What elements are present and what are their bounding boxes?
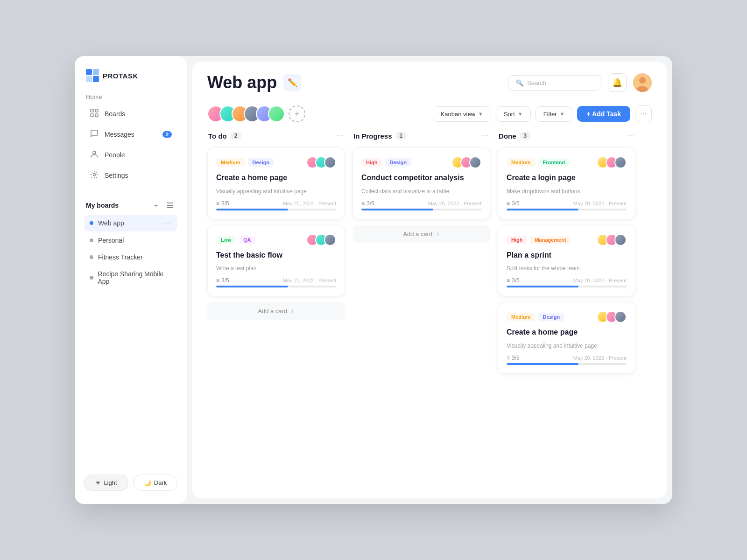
- progress-label: ≡ 3/5: [507, 277, 520, 284]
- board-title: Web app: [207, 73, 277, 92]
- notification-button[interactable]: 🔔: [608, 73, 627, 92]
- task-card[interactable]: Low QA Test the basic flow Write a test …: [207, 225, 345, 297]
- tag-group: Medium Frontend: [507, 158, 570, 167]
- date-label: May 20, 2022 - Present: [573, 355, 627, 361]
- list-icon: ≡: [216, 277, 219, 284]
- my-boards-title: My boards: [86, 202, 119, 209]
- light-theme-button[interactable]: ☀ Light: [84, 475, 128, 491]
- svg-rect-1: [93, 69, 99, 75]
- tag-group: High Management: [507, 236, 571, 244]
- light-label: Light: [104, 479, 117, 486]
- board-item-personal[interactable]: Personal: [84, 232, 177, 248]
- kanban-view-button[interactable]: Kanban view ▼: [433, 106, 491, 122]
- board-toolbar: + Kanban view ▼ Sort ▼ Filter ▼ + Add Ta…: [192, 100, 667, 130]
- svg-rect-6: [91, 114, 93, 117]
- progress-bar-fill: [216, 209, 288, 210]
- card-avatar: [614, 234, 627, 246]
- list-board-button[interactable]: [164, 200, 176, 211]
- card-desc: Make dropdowns and buttons: [507, 188, 627, 196]
- sidebar-item-messages[interactable]: Messages 2: [84, 125, 177, 144]
- chevron-down-icon-filter: ▼: [560, 111, 565, 117]
- app-container: PROTASK Home Boards Messages 2 People: [75, 56, 672, 504]
- card-progress: ≡ 3/5 May 20, 2022 - Present: [216, 277, 336, 287]
- boards-icon: [90, 109, 99, 119]
- home-label: Home: [84, 93, 177, 100]
- board-item-label: Fitness Tracker: [98, 253, 143, 261]
- card-progress: ≡ 3/5 May 20, 2022 - Present: [507, 355, 627, 365]
- board-item-web-app[interactable]: Web app ···: [84, 215, 177, 231]
- search-placeholder: Search: [527, 79, 546, 86]
- messages-icon: [90, 129, 99, 140]
- member-avatars: [207, 105, 285, 122]
- add-member-button[interactable]: +: [289, 105, 305, 122]
- sort-button[interactable]: Sort ▼: [496, 106, 531, 122]
- board-item-fitness[interactable]: Fitness Tracker: [84, 249, 177, 265]
- progress-bar-bg: [361, 209, 481, 210]
- progress-label: ≡ 3/5: [216, 200, 229, 207]
- theme-toggle-area: ☀ Light 🌙 Dark: [84, 467, 177, 491]
- task-card[interactable]: Medium Design Create a home page Visuall…: [498, 302, 635, 374]
- progress-row: ≡ 3/5 May 20, 2022 - Present: [507, 277, 627, 284]
- card-title: Conduct competitor analysis: [361, 173, 481, 183]
- card-title: Plan a sprint: [507, 251, 627, 260]
- task-card[interactable]: Medium Design Create a home page Visuall…: [207, 147, 345, 219]
- column-todo: To do 2 ··· Medium Design: [207, 130, 345, 489]
- column-inprogress-more[interactable]: ···: [482, 132, 489, 140]
- column-todo-more[interactable]: ···: [337, 132, 344, 140]
- edit-title-button[interactable]: ✏️: [283, 74, 301, 91]
- board-more-button[interactable]: ···: [163, 219, 172, 227]
- board-dot: [90, 255, 93, 259]
- tag-high: High: [507, 236, 527, 244]
- task-card[interactable]: Medium Frontend Create a login page Make…: [498, 147, 635, 219]
- add-task-button[interactable]: + Add Task: [577, 106, 630, 122]
- add-board-button[interactable]: +: [150, 200, 162, 211]
- task-card[interactable]: High Management Plan a sprint Split task…: [498, 225, 635, 297]
- dark-theme-button[interactable]: 🌙 Dark: [133, 475, 177, 491]
- card-desc: Collect data and visualize in a table: [361, 188, 481, 196]
- progress-row: ≡ 3/5 May 20, 2022 - Present: [361, 200, 481, 207]
- add-card-label: Add a card: [258, 308, 287, 315]
- boards-label: Boards: [105, 110, 125, 118]
- sidebar-item-people[interactable]: People: [84, 145, 177, 165]
- column-done-more[interactable]: ···: [627, 132, 634, 140]
- search-bar[interactable]: 🔍 Search: [508, 75, 601, 91]
- svg-rect-3: [93, 76, 99, 82]
- column-inprogress-header: In Progress 1 ···: [352, 130, 490, 142]
- column-inprogress-count: 1: [396, 132, 407, 140]
- add-task-label: + Add Task: [586, 110, 621, 118]
- card-progress: ≡ 3/5 May 20, 2022 - Present: [361, 200, 481, 210]
- board-columns: To do 2 ··· Medium Design: [192, 130, 667, 498]
- add-card-button-inprogress[interactable]: Add a card +: [352, 225, 490, 243]
- list-icon: ≡: [507, 355, 510, 361]
- card-avatars: [451, 156, 481, 168]
- card-tags-row: Medium Frontend: [507, 156, 627, 168]
- card-desc: Visually appealing and intuitive page: [216, 188, 336, 196]
- add-card-button-todo[interactable]: Add a card +: [207, 302, 345, 320]
- task-card[interactable]: High Design Conduct competitor analysis …: [352, 147, 490, 219]
- progress-bar-fill: [507, 363, 578, 365]
- svg-rect-4: [91, 109, 93, 112]
- board-dot: [90, 238, 93, 242]
- progress-value: 3/5: [512, 200, 520, 207]
- people-label: People: [105, 151, 125, 159]
- board-dot: [90, 221, 93, 225]
- tag-design: Design: [538, 313, 565, 321]
- card-avatar: [614, 311, 627, 323]
- tag-group: Medium Design: [507, 313, 564, 321]
- card-tags-row: Medium Design: [216, 156, 336, 168]
- chevron-down-icon-sort: ▼: [518, 111, 523, 117]
- settings-label: Settings: [105, 172, 128, 179]
- card-title: Create a login page: [507, 173, 627, 183]
- sidebar-item-boards[interactable]: Boards: [84, 104, 177, 124]
- svg-rect-11: [167, 205, 173, 206]
- sort-label: Sort: [504, 111, 515, 118]
- filter-button[interactable]: Filter ▼: [536, 106, 573, 122]
- sidebar-item-settings[interactable]: Settings: [84, 166, 177, 185]
- board-item-label: Recipe Sharing Mobile App: [98, 270, 172, 285]
- user-avatar[interactable]: [633, 73, 652, 92]
- svg-rect-12: [167, 207, 173, 208]
- date-label: May 20, 2022 - Present: [283, 201, 336, 206]
- more-options-button[interactable]: ···: [635, 105, 652, 122]
- board-item-recipe[interactable]: Recipe Sharing Mobile App: [84, 266, 177, 289]
- toolbar-right: Kanban view ▼ Sort ▼ Filter ▼ + Add Task…: [433, 105, 652, 122]
